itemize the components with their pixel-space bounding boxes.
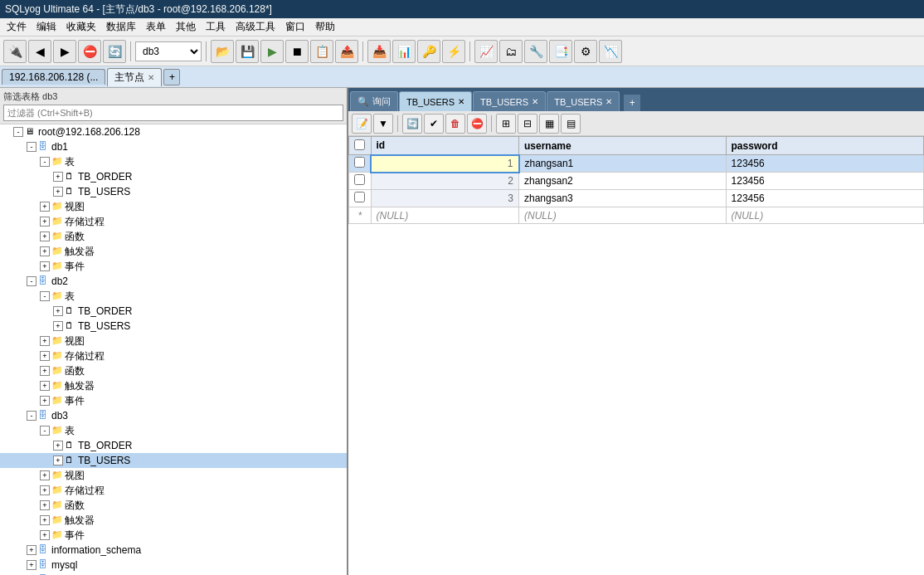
db3-views[interactable]: + 📁 视图 [0, 468, 347, 483]
db2-events[interactable]: + 📁 事件 [0, 393, 347, 408]
db1-tbusers[interactable]: + 🗒 TB_USERS [0, 184, 347, 199]
db1-tborder-toggle[interactable]: + [53, 172, 63, 182]
db1-triggers[interactable]: + 📁 触发器 [0, 244, 347, 259]
toolbar-btn13[interactable]: 📑 [549, 40, 572, 63]
row1-id[interactable]: 1 [371, 155, 519, 173]
row1-username[interactable]: zhangsan1 [519, 155, 727, 173]
db3-events-toggle[interactable]: + [40, 530, 50, 540]
query-tab-3[interactable]: TB_USERS ✕ [547, 91, 620, 111]
rownull-id[interactable]: (NULL) [371, 207, 519, 224]
db1-tables-group[interactable]: - 📁 表 [0, 154, 347, 169]
table-row[interactable]: 2 zhangsan2 123456 [349, 173, 924, 190]
row2-check[interactable] [349, 173, 372, 190]
menu-advanced[interactable]: 高级工具 [231, 18, 280, 36]
row3-password[interactable]: 123456 [726, 190, 923, 207]
row2-password[interactable]: 123456 [726, 173, 923, 190]
db3-tbusers-toggle[interactable]: + [53, 456, 63, 465]
row3-id[interactable]: 3 [371, 190, 519, 207]
db1-tbusers-toggle[interactable]: + [53, 187, 63, 197]
data-btn-apply[interactable]: ✔ [424, 114, 444, 134]
conn-tab-1-close[interactable]: ✕ [148, 73, 154, 82]
tree-mysql[interactable]: + 🗄 mysql [0, 558, 347, 573]
row2-checkbox[interactable] [354, 174, 365, 185]
db2-views[interactable]: + 📁 视图 [0, 334, 347, 348]
toolbar-stop[interactable]: ⛔ [78, 40, 101, 63]
rownull-check[interactable]: * [349, 207, 372, 224]
toolbar-btn11[interactable]: 🗂 [499, 40, 523, 63]
db1-events-toggle[interactable]: + [40, 261, 50, 271]
table-row[interactable]: 3 zhangsan3 123456 [349, 190, 924, 207]
toolbar-stop-query[interactable]: ⏹ [285, 40, 309, 63]
row1-checkbox[interactable] [354, 157, 365, 168]
db1-events[interactable]: + 📁 事件 [0, 259, 347, 274]
row1-password[interactable]: 123456 [726, 155, 923, 173]
db3-tbusers[interactable]: + 🗒 TB_USERS [0, 453, 347, 468]
db2-procs[interactable]: + 📁 存储过程 [0, 348, 347, 363]
db2-funcs-toggle[interactable]: + [40, 366, 50, 376]
row1-check[interactable] [349, 155, 372, 173]
db2-tables-group[interactable]: - 📁 表 [0, 289, 347, 304]
db2-tables-toggle[interactable]: - [40, 291, 50, 301]
db2-views-toggle[interactable]: + [40, 336, 50, 346]
tree-info-schema[interactable]: + 🗄 information_schema [0, 543, 347, 558]
tree-root-toggle[interactable]: - [13, 127, 23, 137]
toolbar-btn10[interactable]: 📈 [474, 40, 498, 63]
data-btn-grid3[interactable]: ▦ [539, 114, 559, 134]
db1-procs[interactable]: + 📁 存储过程 [0, 214, 347, 229]
col-password-header[interactable]: password [726, 137, 923, 155]
toolbar-btn8[interactable]: 🔑 [417, 40, 440, 63]
row2-username[interactable]: zhangsan2 [519, 173, 727, 190]
toolbar-save[interactable]: 💾 [236, 40, 259, 63]
db3-events[interactable]: + 📁 事件 [0, 528, 347, 543]
db1-tborder[interactable]: + 🗒 TB_ORDER [0, 169, 347, 184]
rownull-password[interactable]: (NULL) [726, 207, 923, 224]
query-tab-add[interactable]: + [624, 95, 640, 111]
toolbar-export[interactable]: 📊 [392, 40, 416, 63]
menu-other[interactable]: 其他 [171, 18, 201, 36]
db3-triggers[interactable]: + 📁 触发器 [0, 513, 347, 528]
rownull-username[interactable]: (NULL) [519, 207, 727, 224]
data-btn-dropdown[interactable]: ▼ [373, 114, 393, 134]
conn-tab-1[interactable]: 主节点 ✕ [107, 68, 162, 86]
tree-db2[interactable]: - 🗄 db2 [0, 274, 347, 289]
select-all-checkbox[interactable] [354, 139, 365, 150]
tree-db1[interactable]: - 🗄 db1 [0, 139, 347, 154]
db1-tables-toggle[interactable]: - [40, 157, 50, 167]
db3-tborder-toggle[interactable]: + [53, 441, 63, 451]
toolbar-btn6[interactable]: 📤 [335, 40, 358, 63]
toolbar-new-conn[interactable]: 🔌 [3, 40, 27, 63]
menu-favorites[interactable]: 收藏夹 [61, 18, 101, 36]
db3-procs-toggle[interactable]: + [40, 485, 50, 495]
db3-tables-group[interactable]: - 📁 表 [0, 423, 347, 438]
toolbar-refresh[interactable]: 🔄 [103, 40, 126, 63]
menu-tools[interactable]: 工具 [201, 18, 231, 36]
db-selector[interactable]: db3 db1 db2 [135, 41, 202, 61]
query-tab-2-close[interactable]: ✕ [532, 97, 538, 106]
col-check-header[interactable] [349, 137, 372, 155]
db3-tables-toggle[interactable]: - [40, 426, 50, 436]
toolbar-forward[interactable]: ▶ [53, 40, 76, 63]
conn-tab-0[interactable]: 192.168.206.128 (... [2, 69, 105, 85]
db1-views-toggle[interactable]: + [40, 202, 50, 212]
data-btn-grid4[interactable]: ▤ [561, 114, 581, 134]
conn-tab-add[interactable]: + [163, 69, 180, 85]
data-btn-grid1[interactable]: ⊞ [496, 114, 516, 134]
query-tab-2[interactable]: TB_USERS ✕ [473, 91, 546, 111]
db3-funcs[interactable]: + 📁 函数 [0, 498, 347, 513]
data-btn-insert[interactable]: 📝 [352, 114, 372, 134]
menu-table[interactable]: 表单 [141, 18, 171, 36]
db3-funcs-toggle[interactable]: + [40, 500, 50, 510]
table-row[interactable]: 1 zhangsan1 123456 [349, 155, 924, 173]
toolbar-import[interactable]: 📥 [367, 40, 391, 63]
db1-procs-toggle[interactable]: + [40, 217, 50, 227]
db3-triggers-toggle[interactable]: + [40, 515, 50, 525]
toolbar-run-query[interactable]: ▶ [260, 40, 284, 63]
toolbar-btn14[interactable]: ⚙ [574, 40, 597, 63]
menu-file[interactable]: 文件 [2, 18, 32, 36]
db2-tbusers[interactable]: + 🗒 TB_USERS [0, 319, 347, 334]
menu-database[interactable]: 数据库 [101, 18, 141, 36]
data-btn-refresh[interactable]: 🔄 [402, 114, 422, 134]
table-row-null[interactable]: * (NULL) (NULL) (NULL) [349, 207, 924, 224]
tree-db3[interactable]: - 🗄 db3 [0, 408, 347, 423]
db2-tborder-toggle[interactable]: + [53, 306, 63, 316]
